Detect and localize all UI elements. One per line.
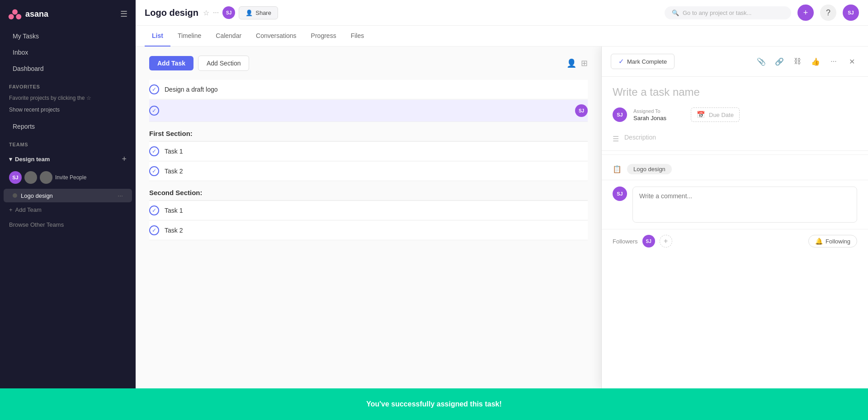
assigned-to-label: Assigned To [633, 108, 666, 114]
panel-divider [602, 154, 868, 155]
copy-link-icon[interactable]: ⛓ [790, 54, 805, 69]
add-task-button[interactable]: Add Task [149, 56, 193, 70]
team-members-row: SJ Invite People [0, 168, 136, 188]
favorites-text: Favorite projects by clicking the ☆ [0, 92, 136, 106]
assigned-to-row: SJ Assigned To Sarah Jonas 📅 Due Date [613, 107, 857, 122]
main-content: Logo design ☆ ··· SJ 👤 Share 🔍 Go to any… [136, 0, 868, 388]
task-name-placeholder[interactable]: Write a task name [602, 77, 868, 103]
comment-input[interactable] [632, 187, 857, 223]
search-placeholder: Go to any project or task... [683, 9, 751, 16]
check-icon: ✓ [618, 57, 624, 65]
description-placeholder[interactable]: Description [624, 134, 656, 141]
my-tasks-label: My Tasks [13, 33, 39, 40]
task-row: ✓ Design a draft logo [149, 80, 588, 99]
description-area: ☰ Description [602, 126, 868, 151]
label-s2t2: Task 2 [165, 227, 588, 234]
sidebar-item-inbox[interactable]: Inbox [4, 45, 132, 60]
followers-left: Followers SJ + [613, 235, 672, 247]
tab-files[interactable]: Files [344, 26, 372, 47]
tab-list[interactable]: List [145, 26, 170, 47]
project-tag[interactable]: Logo design [627, 164, 672, 174]
mark-complete-button[interactable]: ✓ Mark Complete [611, 54, 675, 69]
team-arrow-icon: ▾ [9, 156, 12, 163]
follower-avatar: SJ [642, 235, 655, 247]
tab-calendar[interactable]: Calendar [208, 26, 249, 47]
mark-complete-label: Mark Complete [627, 58, 667, 65]
tab-conversations[interactable]: Conversations [249, 26, 304, 47]
following-button[interactable]: 🔔 Following [808, 235, 857, 247]
share-label: Share [255, 9, 271, 16]
star-icon[interactable]: ☆ [203, 9, 209, 17]
followers-area: Followers SJ + 🔔 Following [602, 229, 868, 253]
sidebar-item-my-tasks[interactable]: My Tasks [4, 28, 132, 44]
project-dot-icon [13, 193, 17, 198]
link-icon[interactable]: 🔗 [772, 54, 787, 69]
plus-icon: + [9, 206, 13, 213]
reports-label: Reports [13, 123, 35, 130]
add-section-button[interactable]: Add Section [198, 56, 250, 71]
top-bar-right: 🔍 Go to any project or task... + ? SJ [665, 5, 859, 21]
task-check-1[interactable]: ✓ [149, 84, 159, 94]
add-team-member-button[interactable]: + [122, 154, 127, 164]
due-date-label: Due Date [709, 112, 734, 118]
share-button[interactable]: 👤 Share [239, 6, 278, 19]
filter-icon[interactable]: ⊞ [581, 58, 588, 68]
add-team-button[interactable]: + Add Team [0, 203, 136, 217]
avatar-member3 [40, 171, 52, 184]
project-tag-area: 📋 Logo design [602, 159, 868, 180]
project-item-logo-design[interactable]: Logo design ··· [4, 189, 132, 202]
show-recent-link[interactable]: Show recent projects [0, 106, 136, 118]
second-section-task-2: ✓ Task 2 [149, 221, 588, 240]
task-check-2[interactable]: ✓ [149, 106, 159, 116]
check-s1t2[interactable]: ✓ [149, 166, 159, 176]
share-icon: 👤 [245, 9, 253, 16]
first-section-task-1: ✓ Task 1 [149, 142, 588, 161]
label-s1t1: Task 1 [165, 148, 588, 155]
tab-progress[interactable]: Progress [304, 26, 344, 47]
task-label-1: Design a draft logo [165, 86, 588, 93]
more-options-icon[interactable]: ··· [213, 9, 219, 17]
close-panel-icon[interactable]: ✕ [844, 54, 859, 69]
project-tag-icon: 📋 [613, 165, 622, 173]
check-s2t1[interactable]: ✓ [149, 205, 159, 215]
svg-point-1 [9, 14, 14, 19]
browse-other-teams-link[interactable]: Browse Other Teams [0, 217, 136, 233]
search-bar[interactable]: 🔍 Go to any project or task... [665, 6, 791, 19]
teams-section-label: Teams [0, 135, 136, 150]
attachment-icon[interactable]: 📎 [754, 54, 769, 69]
tab-timeline[interactable]: Timeline [170, 26, 208, 47]
add-team-label: Add Team [15, 206, 42, 213]
asana-logo-icon [8, 7, 22, 21]
due-date-button[interactable]: 📅 Due Date [691, 107, 740, 122]
section-header-first: First Section: [149, 122, 588, 142]
section-header-second: Second Section: [149, 182, 588, 201]
like-icon[interactable]: 👍 [808, 54, 823, 69]
avatar-member2 [24, 171, 37, 184]
design-team-header[interactable]: ▾ Design team + [0, 150, 136, 168]
more-options-panel-icon[interactable]: ··· [826, 54, 841, 69]
top-bar: Logo design ☆ ··· SJ 👤 Share 🔍 Go to any… [136, 0, 868, 26]
project-more-icon[interactable]: ··· [118, 192, 123, 199]
toast-message: You've successfully assigned this task! [366, 400, 502, 408]
task-avatar: SJ [575, 104, 588, 117]
sidebar-toggle[interactable]: ☰ [120, 9, 127, 19]
sidebar-header: asana ☰ [0, 0, 136, 28]
calendar-icon: 📅 [697, 111, 705, 119]
label-s1t2: Task 2 [165, 168, 588, 175]
user-avatar-topright[interactable]: SJ [843, 5, 859, 21]
assigned-to-value[interactable]: Sarah Jonas [633, 115, 666, 121]
invite-people-button[interactable]: Invite People [55, 174, 86, 181]
sidebar-item-reports[interactable]: Reports [4, 119, 132, 134]
inbox-label: Inbox [13, 49, 28, 56]
add-follower-button[interactable]: + [660, 235, 672, 247]
sidebar-item-dashboard[interactable]: Dashboard [4, 61, 132, 76]
following-label: Following [826, 238, 850, 245]
add-button[interactable]: + [797, 5, 814, 21]
help-button[interactable]: ? [820, 5, 836, 21]
search-icon: 🔍 [672, 9, 679, 16]
assigned-to-group: Assigned To Sarah Jonas [633, 108, 666, 121]
assign-icon[interactable]: 👤 [566, 58, 576, 68]
check-s1t1[interactable]: ✓ [149, 146, 159, 156]
comment-area: SJ [602, 180, 868, 229]
check-s2t2[interactable]: ✓ [149, 225, 159, 235]
